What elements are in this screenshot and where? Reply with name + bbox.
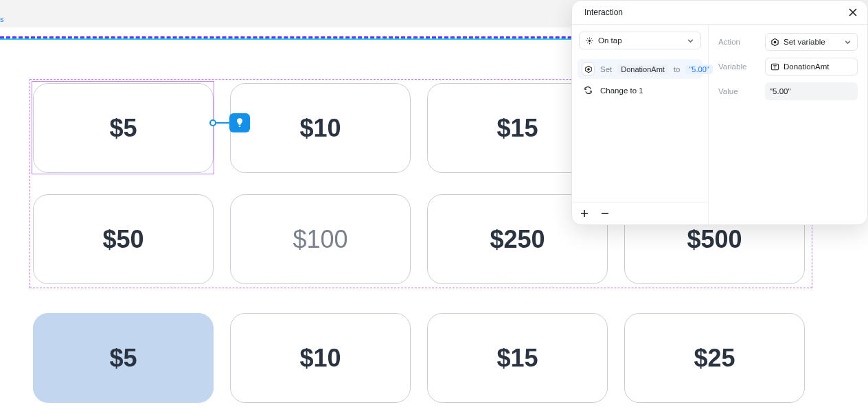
- action-change-to-row[interactable]: Change to 1: [578, 80, 703, 100]
- value-text: "5.00": [770, 87, 791, 95]
- amount-label: $250: [490, 225, 545, 254]
- amount-label: $50: [102, 225, 144, 254]
- amount-button-100[interactable]: $100: [230, 194, 411, 284]
- prototype-action-badge[interactable]: [229, 113, 250, 132]
- interaction-panel: Interaction On tap: [571, 0, 868, 225]
- text-variable-icon: [770, 62, 779, 71]
- action-change-label: Change to 1: [600, 86, 643, 95]
- variable-value: DonationAmt: [784, 62, 829, 71]
- action-type-value: Set variable: [784, 38, 825, 46]
- amount-button-15b[interactable]: $15: [427, 313, 608, 403]
- action-to-word: to: [674, 65, 681, 73]
- action-variable-chip: DonationAmt: [617, 65, 668, 74]
- amount-button-25[interactable]: $25: [624, 313, 805, 403]
- add-action-icon[interactable]: [579, 208, 590, 219]
- action-verb: Set: [600, 65, 612, 73]
- actions-footer: [572, 202, 708, 224]
- trigger-label: On tap: [598, 36, 622, 45]
- amount-button-10b[interactable]: $10: [230, 313, 411, 403]
- amount-button-50[interactable]: $50: [33, 194, 214, 284]
- value-input[interactable]: "5.00": [765, 82, 858, 100]
- layer-edge-label: s: [0, 15, 4, 23]
- amount-label: $5: [109, 344, 137, 373]
- svg-point-0: [589, 40, 591, 42]
- action-set-variable-row[interactable]: Set DonationAmt to "5.00": [578, 59, 703, 79]
- amount-label: $15: [496, 344, 538, 373]
- amount-label: $100: [293, 225, 347, 254]
- amount-grid-bottom: $5 $10 $15 $25: [33, 313, 805, 403]
- panel-properties-column: Action Set variable Variable: [709, 25, 867, 224]
- variable-select[interactable]: DonationAmt: [765, 58, 858, 76]
- amount-button-5[interactable]: $5: [33, 83, 214, 173]
- amount-label: $500: [687, 225, 742, 254]
- action-type-select[interactable]: Set variable: [765, 33, 858, 51]
- swap-icon: [582, 84, 595, 97]
- panel-title: Interaction: [584, 8, 623, 17]
- panel-actions-column: On tap Set DonationAmt to "5.00": [572, 25, 709, 224]
- svg-point-4: [774, 41, 776, 43]
- panel-header: Interaction: [572, 1, 867, 25]
- set-variable-icon: [770, 38, 779, 47]
- chevron-down-icon: [843, 38, 852, 47]
- remove-action-icon[interactable]: [599, 208, 610, 219]
- amount-button-10[interactable]: $10: [230, 83, 411, 173]
- amount-label: $15: [496, 114, 538, 143]
- amount-button-5-active[interactable]: $5: [33, 313, 214, 403]
- trigger-select[interactable]: On tap: [579, 32, 701, 49]
- prop-variable-label: Variable: [718, 62, 758, 71]
- amount-label: $25: [694, 344, 735, 373]
- set-variable-icon: [582, 62, 595, 76]
- close-icon[interactable]: [848, 8, 858, 17]
- amount-label: $5: [109, 114, 137, 143]
- prop-action-label: Action: [718, 38, 758, 46]
- prop-value-label: Value: [718, 87, 758, 95]
- amount-label: $10: [299, 114, 341, 143]
- prototype-connector-origin[interactable]: [209, 119, 216, 126]
- chevron-down-icon: [686, 36, 695, 45]
- amount-label: $10: [299, 344, 341, 373]
- svg-point-2: [587, 68, 589, 70]
- tap-icon: [585, 36, 594, 45]
